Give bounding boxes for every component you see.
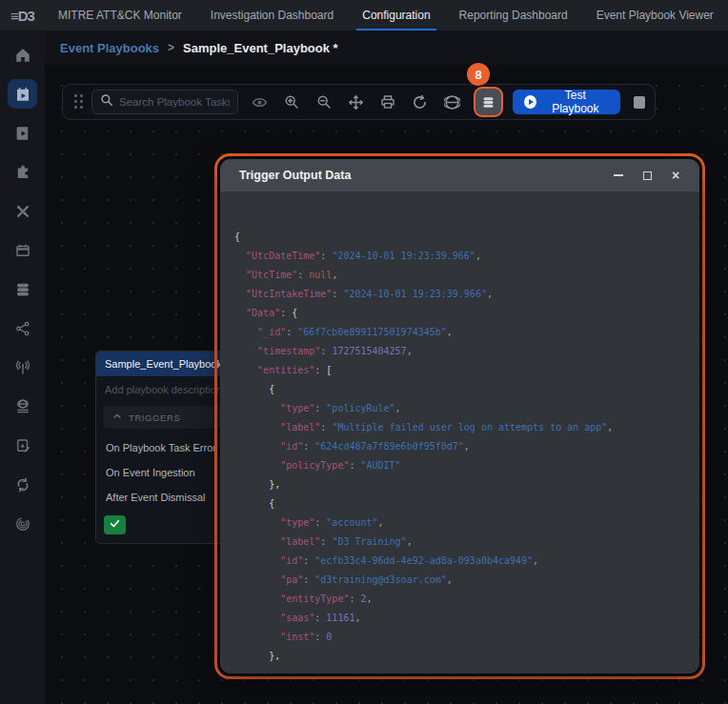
refresh-icon[interactable] [409,91,431,113]
utility-commands-icon[interactable] [8,196,37,226]
nav-tabs: MITRE ATT&CK Monitor Investigation Dashb… [45,0,714,30]
pan-icon[interactable] [345,91,367,113]
json-line: "entityType": 2, [234,590,699,609]
play-icon [524,95,536,109]
json-line: "id": "ecfb33c4-96dd-4e92-ad8a-093a0b4ca… [234,552,699,571]
json-line: "entities": [ [234,361,699,380]
playbook-toolbar: Test Playbook [62,84,656,120]
integrations-icon[interactable] [8,157,37,187]
globe-icon[interactable] [441,91,463,113]
eye-icon[interactable] [249,91,271,113]
json-line: "label": "Multiple failed user log on at… [234,418,699,437]
json-line: "_id": "66f7cb0e899117501974345b", [234,323,699,342]
nav-tab-event-playbook-viewer[interactable]: Event Playbook Viewer [597,0,714,30]
confirm-check-button[interactable] [104,515,126,534]
test-playbook-button[interactable]: Test Playbook [513,90,620,114]
fingerprint-icon[interactable] [8,509,37,538]
top-nav: ≡D3 MITRE ATT&CK Monitor Investigation D… [0,0,728,30]
playbook-library-icon[interactable] [8,118,37,148]
drag-handle[interactable] [74,94,84,110]
json-line: "type": "account", [234,513,699,533]
search-box[interactable] [91,90,238,114]
event-playbook-icon[interactable] [8,79,37,109]
stop-icon[interactable] [634,96,645,109]
d3-logo: ≡D3 [0,0,45,30]
nav-tab-mitre-attack-monitor[interactable]: MITRE ATT&CK Monitor [58,0,182,30]
json-line: "timestamp": 1727515404257, [234,342,699,361]
json-line: "UtcDateTime": "2024-10-01 19:23:39.966"… [234,247,699,266]
modal-body: { "UtcDateTime": "2024-10-01 19:23:39.96… [220,191,699,674]
page-title: Sample_Event_Playbook * [183,41,338,55]
json-line: "type": "policyRule", [234,399,699,418]
data-management-icon[interactable] [8,274,37,304]
left-sidebar [0,30,45,704]
home-icon[interactable] [8,40,37,70]
close-icon[interactable]: × [665,165,686,186]
json-line: }, [234,475,699,494]
json-line: "UtcTime": null, [234,266,699,285]
json-line: "id": "624cd487a7f89e6b0f95f0d7", [234,437,699,456]
breadcrumb: Event Playbooks > Sample_Event_Playbook … [45,30,728,65]
json-line: "pa": "d3training@d3soar.com", [234,571,699,590]
maximize-icon[interactable] [637,165,657,186]
sync-icon[interactable] [8,470,37,499]
global-lists-icon[interactable] [8,392,37,421]
broadcast-icon[interactable] [8,352,37,382]
schedule-icon[interactable] [8,235,37,265]
json-line: "policyType": "AUDIT" [234,456,699,475]
trigger-output-modal: Trigger Output Data × { "UtcDateTime": "… [220,159,699,674]
json-line: }, [234,647,699,666]
breadcrumb-section[interactable]: Event Playbooks [60,41,159,55]
zoom-out-icon[interactable] [313,91,335,113]
modal-titlebar[interactable]: Trigger Output Data × [220,159,699,191]
nav-tab-configuration[interactable]: Configuration [362,0,430,30]
print-icon[interactable] [377,91,399,113]
report-editor-icon[interactable] [8,431,37,460]
json-line: { [234,380,699,399]
nav-tab-investigation-dashboard[interactable]: Investigation Dashboard [211,0,334,30]
annotation-highlight-ring: Trigger Output Data × { "UtcDateTime": "… [214,153,705,679]
chevron-up-icon [112,412,122,423]
annotation-badge: 8 [467,63,490,86]
link-analysis-icon[interactable] [8,313,37,343]
trigger-data-icon[interactable] [474,87,502,117]
json-line: { [234,494,699,513]
json-line: "Data": { [234,304,699,323]
json-output: { "UtcDateTime": "2024-10-01 19:23:39.96… [234,228,699,666]
json-line: "UtcIntakeTime": "2024-10-01 19:23:39.96… [234,285,699,304]
zoom-in-icon[interactable] [281,91,303,113]
modal-title: Trigger Output Data [239,169,600,182]
check-icon [109,516,121,533]
minimize-icon[interactable] [608,165,629,186]
json-line: "inst": 0 [234,628,699,647]
json-line: { [234,228,699,247]
search-icon [100,93,113,111]
playbook-canvas[interactable]: Test Playbook 8 Sample_Event_Playbook Ad… [45,65,728,704]
breadcrumb-separator: > [168,41,174,54]
nav-tab-reporting-dashboard[interactable]: Reporting Dashboard [459,0,568,30]
search-input[interactable] [119,96,230,108]
json-line: "saas": 11161, [234,609,699,628]
json-line: "label": "D3 Training", [234,533,699,552]
